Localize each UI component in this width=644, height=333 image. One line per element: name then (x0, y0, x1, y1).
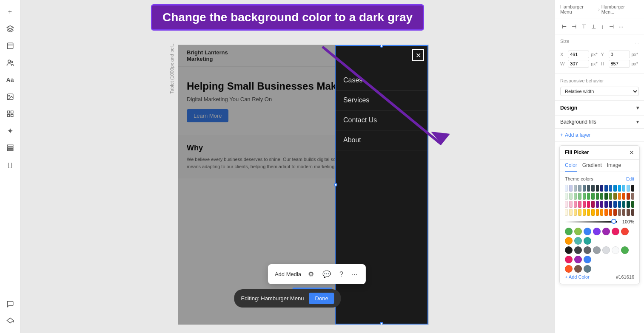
swatch-brown-3[interactable] (622, 209, 625, 216)
users-icon[interactable] (3, 56, 17, 70)
nav-item-about[interactable]: About (335, 130, 428, 150)
swatch-light-blue-3[interactable] (613, 185, 616, 192)
swatch-olive-2[interactable] (613, 193, 616, 200)
swatch-deep-purple-2[interactable] (604, 201, 607, 208)
circle-green[interactable] (565, 228, 573, 235)
fill-picker-close-button[interactable]: ✕ (629, 149, 634, 156)
theme-edit-button[interactable]: Edit (626, 176, 634, 181)
layers-icon[interactable] (3, 22, 17, 36)
swatch-pink-5[interactable] (583, 201, 586, 208)
breadcrumb-item-1[interactable]: Hamburger Menu (560, 4, 596, 14)
swatch-amber-3[interactable] (587, 209, 590, 216)
swatch-deep-purple-1[interactable] (600, 201, 603, 208)
swatch-dark-green-2[interactable] (600, 193, 603, 200)
swatch-light-blue-2[interactable] (569, 185, 572, 192)
circle-dark-gray-2[interactable] (584, 246, 591, 254)
circle-pink[interactable] (612, 228, 619, 235)
more-align-button[interactable]: ··· (617, 23, 625, 31)
swatch-green-3[interactable] (574, 193, 577, 200)
swatch-blue-gray-2[interactable] (587, 185, 590, 192)
swatch-orange-2[interactable] (609, 209, 612, 216)
swatch-pink-3[interactable] (574, 201, 577, 208)
swatch-light-blue-1[interactable] (565, 185, 568, 192)
swatch-amber-7[interactable] (604, 209, 607, 216)
code-icon[interactable]: { } (3, 158, 17, 172)
design-chevron-icon[interactable]: ▾ (636, 105, 639, 111)
swatch-amber-1[interactable] (618, 193, 621, 200)
nav-item-cases[interactable]: Cases (335, 71, 428, 90)
swatch-pink-4[interactable] (578, 201, 581, 208)
help-toolbar-button[interactable]: ? (338, 269, 345, 280)
responsive-select[interactable]: Relative width Fixed width (560, 87, 639, 96)
swatch-brown-2[interactable] (618, 209, 621, 216)
swatch-light-blue-4[interactable] (618, 185, 621, 192)
swatch-dark-green-3[interactable] (604, 193, 607, 200)
cms-icon[interactable] (3, 141, 17, 155)
swatch-blue-dark[interactable] (613, 201, 616, 208)
swatch-pink-6[interactable] (587, 201, 590, 208)
settings-toolbar-button[interactable]: ⚙ (306, 268, 316, 280)
swatch-green-2[interactable] (569, 193, 572, 200)
swatch-pale-blue[interactable] (627, 185, 630, 192)
opacity-thumb[interactable] (611, 219, 616, 224)
circle-purple-2[interactable] (574, 256, 582, 263)
circle-teal-2[interactable] (584, 237, 591, 245)
swatch-amber-2[interactable] (583, 209, 586, 216)
align-bottom-button[interactable]: ↕ (599, 23, 606, 31)
swatch-purple-1[interactable] (596, 201, 599, 208)
x-input[interactable] (568, 51, 589, 58)
size-more[interactable]: ··· (635, 40, 639, 45)
w-input[interactable] (568, 60, 589, 68)
circle-brown[interactable] (574, 265, 582, 273)
align-top-button[interactable]: ⊤ (580, 23, 588, 31)
fill-tab-gradient[interactable]: Gradient (582, 162, 602, 172)
circle-orange[interactable] (565, 237, 573, 245)
swatch-blue-gray-1[interactable] (583, 185, 586, 192)
swatch-orange-1[interactable] (622, 193, 625, 200)
swatch-orange-dark[interactable] (613, 209, 616, 216)
swatch-teal-darker[interactable] (627, 201, 630, 208)
circle-dark-selected[interactable] (565, 246, 573, 254)
circle-light-green[interactable] (574, 228, 582, 235)
swatch-green-1[interactable] (565, 193, 568, 200)
y-input[interactable] (609, 51, 630, 58)
swatch-gray-2[interactable] (578, 185, 581, 192)
swatch-brown-4[interactable] (627, 209, 630, 216)
text-icon[interactable]: Aa (3, 73, 17, 87)
nav-item-contact[interactable]: Contact Us (335, 110, 428, 130)
circle-dark-gray-1[interactable] (574, 246, 582, 254)
swatch-light-blue-dark[interactable] (618, 201, 621, 208)
swatch-amber-5[interactable] (596, 209, 599, 216)
nav-item-services[interactable]: Services (335, 90, 428, 110)
swatch-dark-1[interactable] (591, 185, 594, 192)
align-left-button[interactable]: ⊢ (560, 23, 568, 31)
align-right-button[interactable]: ⊣ (607, 23, 616, 31)
comment-toolbar-button[interactable]: 💬 (321, 268, 333, 280)
more-toolbar-button[interactable]: ··· (350, 269, 359, 280)
align-center-v-button[interactable]: ⊥ (590, 23, 598, 31)
circle-violet[interactable] (602, 228, 610, 235)
swatch-blue-1[interactable] (604, 185, 607, 192)
h-input[interactable] (609, 60, 630, 68)
circle-white[interactable] (612, 246, 619, 254)
circle-green-2[interactable] (621, 246, 629, 254)
media-icon[interactable] (3, 90, 17, 104)
chat-icon[interactable] (3, 297, 17, 311)
background-fills-chevron[interactable]: ▾ (636, 119, 639, 125)
interactions-icon[interactable] (3, 124, 17, 138)
fill-tab-image[interactable]: Image (607, 162, 621, 172)
add-layer-button[interactable]: + Add a layer (560, 132, 591, 138)
swatch-green-5[interactable] (583, 193, 586, 200)
circle-light-gray[interactable] (602, 246, 610, 254)
swatch-dark-green-1[interactable] (596, 193, 599, 200)
swatch-black[interactable] (631, 185, 634, 192)
swatch-yellow-3[interactable] (574, 209, 577, 216)
swatch-brown-5[interactable] (631, 209, 634, 216)
fill-tab-color[interactable]: Color (565, 162, 577, 172)
help-icon[interactable] (3, 314, 17, 328)
swatch-yellow-4[interactable] (578, 209, 581, 216)
apps-icon[interactable] (3, 107, 17, 121)
swatch-pink-2[interactable] (569, 201, 572, 208)
swatch-green-6[interactable] (587, 193, 590, 200)
circle-deep-orange[interactable] (565, 265, 573, 273)
